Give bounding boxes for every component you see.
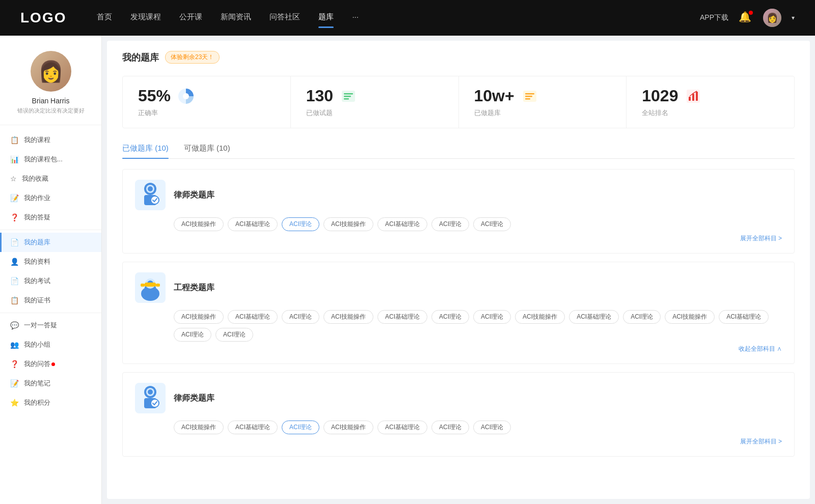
- tab-可做题库 (10)[interactable]: 可做题库 (10): [184, 144, 230, 158]
- bank-tag-0-4[interactable]: ACI基础理论: [377, 217, 427, 231]
- bank-tag-1-9[interactable]: ACI理论: [623, 310, 661, 324]
- bank-tag-2-6[interactable]: ACI理论: [473, 421, 511, 434]
- sidebar-item-我的证书[interactable]: 📋 我的证书: [0, 291, 101, 310]
- topnav-right: APP下载 👩 ▾: [700, 9, 795, 27]
- sidebar-item-label: 我的作业: [24, 193, 50, 203]
- tab-已做题库 (10)[interactable]: 已做题库 (10): [122, 144, 169, 158]
- bank-tag-1-1[interactable]: ACI基础理论: [228, 310, 278, 324]
- topnav-menu-item-首页[interactable]: 首页: [97, 12, 112, 24]
- bank-tag-0-6[interactable]: ACI理论: [473, 217, 511, 231]
- svg-rect-12: [692, 94, 694, 101]
- stat-label: 已做试题: [306, 108, 443, 118]
- bank-tag-1-6[interactable]: ACI理论: [473, 310, 511, 324]
- bank-card-header: 工程类题库: [135, 272, 782, 303]
- bank-title: 工程类题库: [174, 283, 214, 293]
- stat-top: 55%: [138, 87, 275, 105]
- svg-point-18: [151, 196, 159, 204]
- sidebar-item-我的问答[interactable]: ❓ 我的问答: [0, 354, 101, 374]
- bank-tag-2-1[interactable]: ACI基础理论: [228, 421, 278, 434]
- svg-rect-25: [145, 283, 156, 287]
- stat-top: 1029: [642, 87, 779, 105]
- topnav-menu-item-问答社区[interactable]: 问答社区: [269, 12, 300, 24]
- bank-tag-1-4[interactable]: ACI基础理论: [377, 310, 427, 324]
- bank-icon: [135, 272, 166, 303]
- tabs-row: 已做题库 (10)可做题库 (10): [122, 144, 795, 159]
- sidebar-item-我的题库[interactable]: 📄 我的题库: [0, 233, 101, 252]
- sidebar-item-label: 我的笔记: [24, 379, 50, 388]
- bank-tag-1-2[interactable]: ACI理论: [282, 310, 319, 324]
- sidebar-item-我的考试[interactable]: 📄 我的考试: [0, 271, 101, 291]
- svg-rect-5: [344, 98, 349, 100]
- bank-tag-0-0[interactable]: ACI技能操作: [174, 217, 224, 231]
- notification-bell[interactable]: [739, 11, 753, 25]
- topnav-menu-item-新闻资讯[interactable]: 新闻资讯: [221, 12, 251, 24]
- sidebar-icon: ❓: [10, 213, 19, 221]
- sidebar-icon: 📝: [10, 194, 19, 202]
- topnav: LOGO 首页发现课程公开课新闻资讯问答社区题库··· APP下载 👩 ▾: [0, 0, 815, 36]
- sidebar-item-我的笔记[interactable]: 📝 我的笔记: [0, 374, 101, 393]
- bank-tag-2-2[interactable]: ACI理论: [282, 421, 319, 434]
- bank-tag-1-13[interactable]: ACI理论: [215, 328, 253, 342]
- sidebar-icon: 👤: [10, 258, 19, 266]
- sidebar-item-我的资料[interactable]: 👤 我的资料: [0, 252, 101, 271]
- bank-tag-1-0[interactable]: ACI技能操作: [174, 310, 224, 324]
- lawyer-icon: [139, 385, 161, 411]
- bank-tag-1-5[interactable]: ACI理论: [431, 310, 469, 324]
- bank-tag-0-5[interactable]: ACI理论: [431, 217, 469, 231]
- sidebar-icon: 💬: [10, 321, 19, 329]
- user-avatar[interactable]: 👩: [763, 9, 781, 27]
- sidebar-icon: 📋: [10, 296, 19, 304]
- bank-tag-1-3[interactable]: ACI技能操作: [323, 310, 373, 324]
- sidebar-item-我的作业[interactable]: 📝 我的作业: [0, 188, 101, 208]
- stat-value: 1029: [642, 87, 678, 105]
- app-download-link[interactable]: APP下载: [700, 13, 728, 22]
- bank-tag-0-3[interactable]: ACI技能操作: [323, 217, 373, 231]
- bank-tag-2-5[interactable]: ACI理论: [431, 421, 469, 434]
- stat-value: 55%: [138, 87, 171, 105]
- svg-rect-11: [689, 97, 691, 101]
- bank-expand-link[interactable]: 收起全部科目 ∧: [135, 345, 782, 353]
- bank-expand-link[interactable]: 展开全部科目 >: [135, 234, 782, 243]
- topnav-menu: 首页发现课程公开课新闻资讯问答社区题库···: [97, 12, 700, 24]
- bank-tag-1-8[interactable]: ACI基础理论: [569, 310, 619, 324]
- topnav-menu-item-公开课[interactable]: 公开课: [179, 12, 202, 24]
- bank-expand-link[interactable]: 展开全部科目 >: [135, 437, 782, 446]
- bank-tag-2-4[interactable]: ACI基础理论: [377, 421, 427, 434]
- sidebar-avatar: 👩: [31, 51, 71, 92]
- svg-point-30: [151, 399, 159, 407]
- bank-tag-2-0[interactable]: ACI技能操作: [174, 421, 224, 434]
- bank-tag-0-1[interactable]: ACI基础理论: [228, 217, 278, 231]
- stat-item-3: 1029 全站排名: [627, 76, 794, 128]
- sidebar-profile: 👩 Brian Harris 错误的决定比没有决定要好: [0, 46, 101, 125]
- stat-top: 130: [306, 87, 443, 105]
- topnav-menu-item-···[interactable]: ···: [352, 12, 359, 24]
- bank-card-2: 律师类题库 ACI技能操作ACI基础理论ACI理论ACI技能操作ACI基础理论A…: [122, 372, 795, 457]
- sidebar-icon: 👥: [10, 341, 19, 349]
- sidebar-item-我的小组[interactable]: 👥 我的小组: [0, 335, 101, 354]
- main-wrapper: 👩 Brian Harris 错误的决定比没有决定要好 📋 我的课程📊 我的课程…: [0, 36, 815, 504]
- bank-tag-1-7[interactable]: ACI技能操作: [515, 310, 565, 324]
- sidebar-item-我的课程[interactable]: 📋 我的课程: [0, 130, 101, 150]
- stat-item-1: 130 已做试题: [291, 76, 459, 128]
- sidebar-item-label: 我的证书: [24, 296, 50, 305]
- sidebar-motto: 错误的决定比没有决定要好: [17, 107, 85, 115]
- sidebar-item-我的答疑[interactable]: ❓ 我的答疑: [0, 208, 101, 227]
- stat-icon: [684, 87, 702, 105]
- topnav-menu-item-发现课程[interactable]: 发现课程: [130, 12, 161, 24]
- svg-point-17: [148, 186, 153, 191]
- bank-tag-1-11[interactable]: ACI基础理论: [719, 310, 769, 324]
- bank-tag-0-2[interactable]: ACI理论: [282, 217, 319, 231]
- svg-rect-9: [525, 98, 530, 100]
- sidebar-item-我的课程包...[interactable]: 📊 我的课程包...: [0, 150, 101, 169]
- bank-tag-1-12[interactable]: ACI理论: [174, 328, 211, 342]
- topnav-menu-item-题库[interactable]: 题库: [318, 12, 334, 24]
- sidebar-item-我的收藏[interactable]: ☆ 我的收藏: [0, 169, 101, 188]
- bank-tag-2-3[interactable]: ACI技能操作: [323, 421, 373, 434]
- bank-tag-1-10[interactable]: ACI技能操作: [665, 310, 715, 324]
- stats-row: 55% 正确率 130 已做试题 10w+ 已做题库 1029: [122, 76, 795, 128]
- sidebar-item-我的积分[interactable]: ⭐ 我的积分: [0, 393, 101, 412]
- sidebar-item-一对一答疑[interactable]: 💬 一对一答疑: [0, 316, 101, 335]
- avatar-dropdown-chevron[interactable]: ▾: [792, 14, 795, 21]
- bank-tags: ACI技能操作ACI基础理论ACI理论ACI技能操作ACI基础理论ACI理论AC…: [174, 310, 782, 342]
- sidebar-item-label: 我的课程包...: [24, 155, 63, 164]
